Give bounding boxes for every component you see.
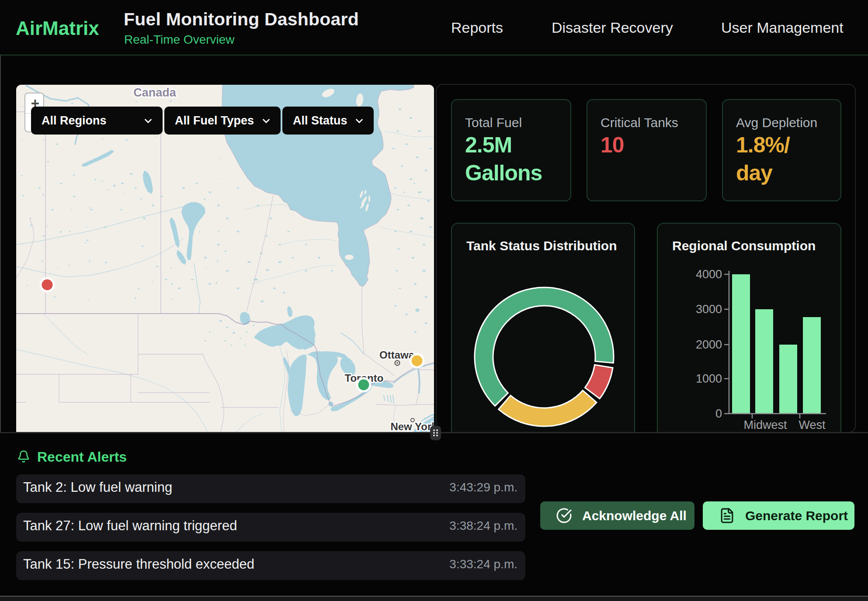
svg-text:West: West (799, 418, 826, 432)
svg-text:New York: New York (390, 421, 434, 432)
svg-text:0: 0 (715, 407, 722, 420)
svg-text:Ottawa: Ottawa (379, 349, 415, 361)
svg-text:1000: 1000 (696, 372, 722, 385)
svg-text:Midwest: Midwest (743, 418, 787, 432)
svg-text:Canada: Canada (133, 86, 177, 99)
svg-text:4000: 4000 (696, 268, 722, 281)
svg-text:3000: 3000 (696, 303, 722, 316)
svg-text:2000: 2000 (696, 338, 722, 351)
